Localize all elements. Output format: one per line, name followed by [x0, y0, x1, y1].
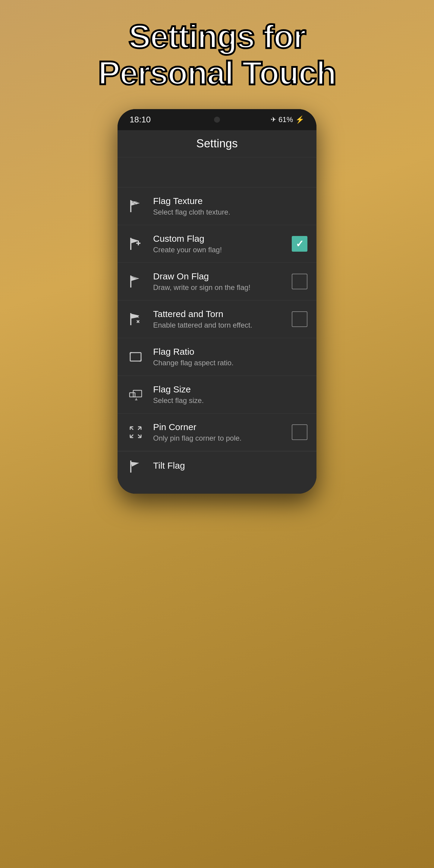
custom-flag-item[interactable]: Custom Flag Create your own flag! ✓: [118, 225, 316, 263]
svg-rect-2: [132, 201, 134, 203]
flag-texture-subtitle: Select flag cloth texture.: [153, 208, 307, 216]
svg-rect-0: [130, 200, 131, 212]
settings-list: Flag Texture Select flag cloth texture. …: [118, 187, 316, 482]
svg-rect-11: [138, 241, 139, 245]
flag-texture-text: Flag Texture Select flag cloth texture.: [153, 196, 307, 216]
draw-flag-checkbox[interactable]: [292, 274, 307, 289]
bolt-icon: ⚡: [296, 116, 304, 124]
app-bar: Settings: [118, 130, 316, 157]
svg-rect-18: [130, 352, 141, 361]
tattered-checkbox[interactable]: [292, 311, 307, 327]
draw-flag-subtitle: Draw, write or sign on the flag!: [153, 283, 292, 292]
svg-marker-40: [131, 461, 140, 467]
flag-ratio-subtitle: Change flag aspect ratio.: [153, 359, 307, 367]
checkmark-icon: ✓: [296, 239, 304, 249]
custom-flag-title: Custom Flag: [153, 234, 292, 244]
flag-ratio-text: Flag Ratio Change flag aspect ratio.: [153, 347, 307, 367]
draw-flag-item[interactable]: Draw On Flag Draw, write or sign on the …: [118, 263, 316, 301]
flag-size-title: Flag Size: [153, 384, 307, 395]
empty-section: [118, 157, 316, 187]
pin-corner-title: Pin Corner: [153, 422, 292, 432]
svg-rect-8: [130, 238, 131, 250]
tattered-title: Tattered and Torn: [153, 309, 292, 319]
tattered-text: Tattered and Torn Enable tattered and to…: [153, 309, 292, 330]
svg-rect-12: [130, 276, 131, 287]
draw-flag-text: Draw On Flag Draw, write or sign on the …: [153, 271, 292, 292]
pin-corner-checkbox[interactable]: [292, 424, 307, 440]
svg-rect-5: [132, 203, 134, 204]
svg-rect-23: [130, 393, 135, 397]
svg-rect-14: [130, 313, 131, 325]
phone-frame: 18:10 ✈ 61% ⚡ Settings: [118, 109, 316, 494]
status-time: 18:10: [130, 115, 151, 124]
page-title: Settings for Personal Touch: [74, 18, 360, 91]
svg-marker-15: [131, 314, 139, 318]
tattered-flag-icon: [127, 310, 145, 328]
flag-ratio-item[interactable]: Flag Ratio Change flag aspect ratio.: [118, 338, 316, 376]
svg-rect-3: [134, 201, 135, 203]
phone-bottom: [118, 482, 316, 494]
draw-flag-icon: [127, 273, 145, 290]
draw-flag-title: Draw On Flag: [153, 271, 292, 281]
tilt-flag-icon: [127, 458, 145, 475]
tilt-flag-item[interactable]: Tilt Flag: [118, 451, 316, 482]
svg-rect-7: [135, 203, 137, 204]
tattered-item[interactable]: Tattered and Torn Enable tattered and to…: [118, 301, 316, 338]
flag-size-text: Flag Size Select flag size.: [153, 384, 307, 405]
status-icons: ✈ 61% ⚡: [271, 116, 304, 124]
flag-ratio-title: Flag Ratio: [153, 347, 307, 357]
flag-size-icon: [127, 385, 145, 404]
camera-cutout: [214, 117, 220, 123]
flag-texture-title: Flag Texture: [153, 196, 307, 206]
tilt-flag-title: Tilt Flag: [153, 461, 307, 471]
svg-rect-4: [135, 201, 137, 203]
battery-level: 61%: [278, 116, 293, 124]
tattered-subtitle: Enable tattered and torn effect.: [153, 321, 292, 330]
svg-marker-13: [131, 276, 139, 281]
flag-size-subtitle: Select flag size.: [153, 396, 307, 405]
flag-texture-item[interactable]: Flag Texture Select flag cloth texture.: [118, 187, 316, 225]
pin-corner-text: Pin Corner Only pin flag corner to pole.: [153, 422, 292, 442]
pin-corner-icon: [127, 423, 145, 441]
pin-corner-item[interactable]: Pin Corner Only pin flag corner to pole.: [118, 413, 316, 451]
custom-flag-checkbox[interactable]: ✓: [292, 236, 307, 252]
tilt-flag-text: Tilt Flag: [153, 461, 307, 472]
flag-texture-icon: [127, 197, 145, 215]
airplane-icon: ✈: [271, 116, 276, 124]
custom-flag-subtitle: Create your own flag!: [153, 246, 292, 254]
svg-rect-6: [134, 203, 135, 204]
custom-flag-icon: [127, 235, 145, 253]
custom-flag-text: Custom Flag Create your own flag!: [153, 234, 292, 254]
status-bar: 18:10 ✈ 61% ⚡: [118, 109, 316, 130]
flag-ratio-icon: [127, 348, 145, 366]
pin-corner-subtitle: Only pin flag corner to pole.: [153, 434, 292, 442]
app-bar-title: Settings: [196, 137, 238, 150]
flag-size-item[interactable]: Flag Size Select flag size.: [118, 376, 316, 413]
svg-rect-24: [133, 390, 142, 397]
